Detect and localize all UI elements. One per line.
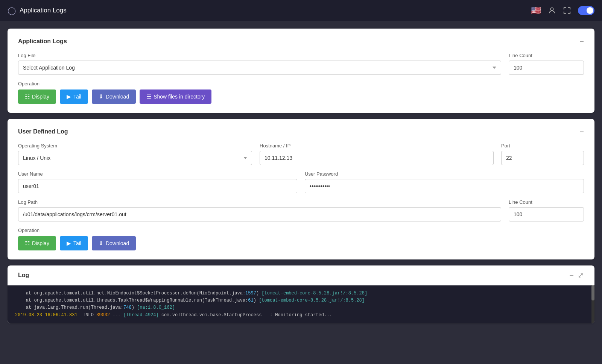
hostname-label: Hostname / IP — [260, 143, 494, 149]
app-logs-collapse-btn[interactable]: − — [579, 38, 584, 45]
user-log-card-header: User Defined Log − — [18, 128, 584, 135]
os-label: Operating System — [18, 143, 252, 149]
log-scrollbar-thumb — [591, 285, 594, 300]
app-logs-operation-row: ☷ Display ▶ Tail ⇓ Download ☰ Show files… — [18, 89, 584, 104]
download-button[interactable]: ⇓ Download — [92, 89, 136, 104]
navbar-brand: ◯ Application Logs — [8, 6, 67, 15]
app-logs-title: Application Logs — [18, 38, 67, 45]
app-logs-operation-section: Operation ☷ Display ▶ Tail ⇓ Download ☰ … — [18, 81, 584, 104]
user-download-icon: ⇓ — [99, 240, 103, 247]
username-input[interactable] — [18, 179, 297, 193]
user-line-count-input[interactable] — [509, 207, 584, 221]
log-path-label: Log Path — [18, 199, 501, 205]
navbar-title: Application Logs — [20, 7, 67, 14]
display-icon: ☷ — [25, 93, 30, 100]
user-log-collapse-btn[interactable]: − — [579, 128, 584, 135]
user-line-count-label: Line Count — [509, 199, 584, 205]
user-log-operation-section: Operation ☷ Display ▶ Tail ⇓ Download — [18, 228, 584, 250]
log-line: at org.apache.tomcat.util.net.NioEndpoin… — [15, 290, 587, 297]
display-button[interactable]: ☷ Display — [18, 89, 56, 104]
user-operation-label: Operation — [18, 228, 584, 233]
password-input[interactable] — [305, 179, 584, 193]
log-expand-btn[interactable]: ⤢ — [578, 271, 584, 279]
port-label: Port — [501, 143, 584, 149]
operation-label: Operation — [18, 81, 584, 86]
log-path-input[interactable] — [18, 207, 501, 221]
log-card-header: Log − ⤢ — [8, 265, 594, 285]
log-card-title: Log — [18, 272, 29, 279]
user-log-operation-row: ☷ Display ▶ Tail ⇓ Download — [18, 236, 584, 250]
os-group: Operating System Linux / Unix — [18, 143, 252, 165]
user-line-count-group: Line Count — [509, 199, 584, 221]
tail-icon: ▶ — [67, 93, 71, 100]
line-count-input[interactable] — [509, 61, 584, 75]
download-icon: ⇓ — [99, 93, 103, 100]
log-card: Log − ⤢ at org.apache.tomcat.util.net.Ni… — [8, 265, 594, 323]
hostname-group: Hostname / IP — [260, 143, 494, 165]
password-label: User Password — [305, 171, 584, 177]
line-count-group: Line Count — [509, 53, 584, 75]
user-log-credentials-row: User Name User Password — [18, 171, 584, 193]
line-count-label: Line Count — [509, 53, 584, 58]
fullscreen-icon[interactable] — [563, 6, 571, 15]
log-scrollbar[interactable] — [591, 285, 594, 323]
user-defined-log-card: User Defined Log − Operating System Linu… — [8, 119, 594, 259]
password-group: User Password — [305, 171, 584, 193]
log-line: at java.lang.Thread.run(Thread.java:748)… — [15, 304, 587, 311]
svg-point-0 — [550, 8, 553, 11]
app-icon: ◯ — [8, 6, 16, 15]
port-input[interactable] — [501, 151, 584, 165]
user-display-button[interactable]: ☷ Display — [18, 236, 56, 250]
log-content: at org.apache.tomcat.util.net.NioEndpoin… — [8, 285, 594, 323]
os-select[interactable]: Linux / Unix — [18, 151, 252, 165]
app-logs-file-row: Log File Select Application Log Line Cou… — [18, 53, 584, 75]
navbar: ◯ Application Logs 🇺🇸 — [0, 0, 602, 21]
user-log-connection-row: Operating System Linux / Unix Hostname /… — [18, 143, 584, 165]
username-label: User Name — [18, 171, 297, 177]
user-log-title: User Defined Log — [18, 128, 68, 135]
navbar-right: 🇺🇸 — [531, 6, 594, 15]
user-tail-button[interactable]: ▶ Tail — [60, 236, 88, 250]
log-collapse-btn[interactable]: − — [569, 271, 574, 279]
show-files-button[interactable]: ☰ Show files in directory — [140, 89, 211, 104]
log-path-group: Log Path — [18, 199, 501, 221]
user-download-button[interactable]: ⇓ Download — [92, 236, 136, 250]
log-header-btns: − ⤢ — [569, 271, 584, 279]
application-logs-card: Application Logs − Log File Select Appli… — [8, 29, 594, 113]
flag-icon[interactable]: 🇺🇸 — [531, 6, 541, 15]
hostname-input[interactable] — [260, 151, 494, 165]
port-group: Port — [501, 143, 584, 165]
folder-icon: ☰ — [146, 93, 151, 100]
main-content: Application Logs − Log File Select Appli… — [0, 21, 602, 331]
log-file-select[interactable]: Select Application Log — [18, 61, 501, 75]
log-file-group: Log File Select Application Log — [18, 53, 501, 75]
log-timestamp-line: 2019-08-23 16:06:41.831 INFO 39032 --- [… — [15, 312, 587, 319]
theme-toggle[interactable] — [578, 6, 594, 15]
log-line: at org.apache.tomcat.util.threads.TaskTh… — [15, 297, 587, 304]
tail-button[interactable]: ▶ Tail — [60, 89, 88, 104]
app-logs-card-header: Application Logs − — [18, 38, 584, 45]
log-file-label: Log File — [18, 53, 501, 58]
user-icon[interactable] — [548, 6, 556, 15]
user-tail-icon: ▶ — [67, 240, 71, 247]
user-log-path-row: Log Path Line Count — [18, 199, 584, 221]
username-group: User Name — [18, 171, 297, 193]
user-display-icon: ☷ — [25, 240, 30, 247]
